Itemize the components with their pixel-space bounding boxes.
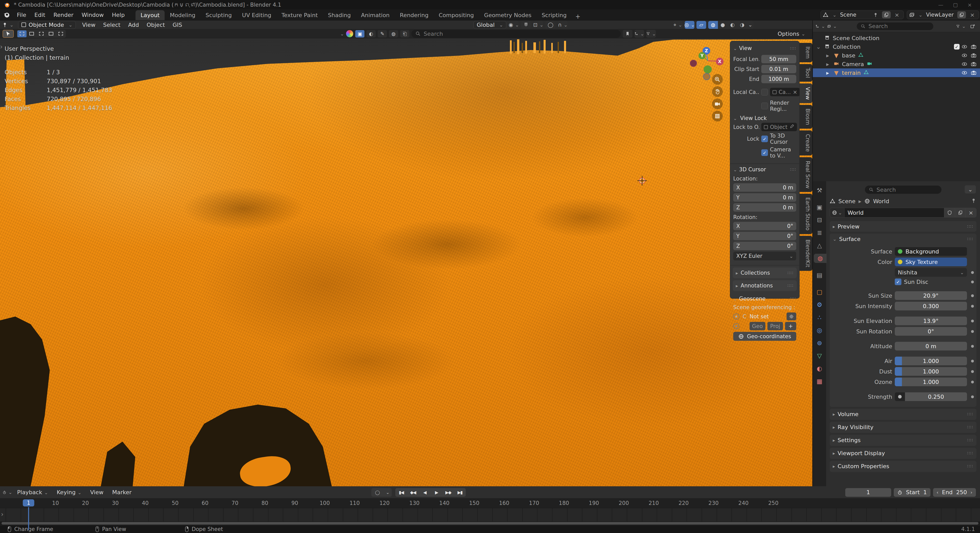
- decorator-dot[interactable]: [971, 370, 974, 373]
- sun-rotation-field[interactable]: 0°: [895, 327, 967, 336]
- workspace-tab-rendering[interactable]: Rendering: [395, 10, 434, 20]
- preview-panel[interactable]: ▸Preview∷∷: [830, 221, 977, 232]
- blenderkit-models-icon[interactable]: ▣: [355, 30, 364, 38]
- breadcrumb-scene[interactable]: Scene: [838, 198, 856, 204]
- orientation-dropdown[interactable]: Global⌄: [473, 21, 506, 29]
- decorator-dot[interactable]: [971, 280, 974, 283]
- focal-length-field[interactable]: 50 mm: [761, 55, 796, 63]
- auto-keying-icon[interactable]: ◯: [371, 488, 383, 497]
- properties-tab-material-icon[interactable]: ◐: [814, 364, 825, 373]
- jump-to-end-button[interactable]: ▶▮: [454, 488, 466, 497]
- blenderkit-hdr-icon[interactable]: ◍: [389, 30, 398, 38]
- shading-solid-icon[interactable]: ●: [718, 21, 728, 29]
- play-reverse-button[interactable]: ◀: [419, 488, 431, 497]
- sun-disc-checkbox[interactable]: ✓: [895, 278, 901, 285]
- sidebar-tab-item[interactable]: Item: [800, 43, 812, 62]
- scene-selector[interactable]: ⌄ Scene ×: [821, 11, 904, 19]
- properties-tab-particles-icon[interactable]: ∴: [814, 313, 825, 322]
- timeline-menu-marker[interactable]: Marker: [108, 489, 135, 495]
- cursor-panel-title[interactable]: 3D Cursor: [739, 166, 766, 173]
- decorator-dot[interactable]: [971, 330, 974, 333]
- properties-tab-output-icon[interactable]: ⊟: [814, 215, 825, 224]
- gizmo-x-axis[interactable]: X: [716, 58, 724, 65]
- ozone-slider[interactable]: 1.000: [895, 377, 967, 386]
- local-camera-field[interactable]: Ca...×: [770, 88, 800, 96]
- geo-button[interactable]: Geo: [749, 322, 765, 330]
- outliner-display-mode-dropdown[interactable]: ⌄: [815, 22, 825, 30]
- sidebar-tab-create[interactable]: Create: [800, 130, 812, 156]
- fake-user-shield-icon[interactable]: [944, 208, 955, 218]
- blenderkit-filter-dropdown[interactable]: ⌄: [646, 30, 656, 38]
- cursor-loc-z-field[interactable]: Z0 m: [733, 203, 796, 212]
- render-visibility-icon[interactable]: [971, 70, 977, 76]
- menu-edit[interactable]: Edit: [30, 10, 49, 20]
- timeline-scrollbar[interactable]: [0, 522, 980, 525]
- sidebar-expand-arrow[interactable]: ›: [0, 43, 3, 51]
- properties-tab-collection-icon[interactable]: ▤: [814, 270, 825, 280]
- properties-tab-tool-icon[interactable]: ⚒: [814, 186, 825, 195]
- blenderkit-bookmark-icon[interactable]: [623, 30, 632, 38]
- scene-name[interactable]: Scene: [838, 12, 869, 18]
- properties-tab-texture-icon[interactable]: ▦: [814, 377, 825, 386]
- custom-properties-panel[interactable]: ▸Custom Properties∷∷: [830, 461, 977, 472]
- current-frame-field[interactable]: 1: [845, 488, 891, 497]
- viewlayer-selector[interactable]: ⌄ ViewLayer ×: [907, 11, 979, 19]
- blenderkit-collapse-icon[interactable]: ⌄: [340, 31, 344, 37]
- sidebar-tab-tool[interactable]: Tool: [800, 64, 812, 82]
- start-frame-field[interactable]: Start1: [894, 488, 931, 497]
- pin-scene-icon[interactable]: [871, 11, 880, 18]
- copy-viewlayer-icon[interactable]: [957, 11, 966, 18]
- lock-object-field[interactable]: Object: [761, 123, 797, 131]
- geo-coordinates-button[interactable]: Geo-coordinates: [733, 332, 796, 341]
- sidebar-tab-realsnow[interactable]: Real Snow: [800, 157, 812, 192]
- properties-tab-constraints-icon[interactable]: ⊚: [814, 339, 825, 348]
- playhead-badge[interactable]: 1: [23, 499, 34, 506]
- geoscene-title[interactable]: Geoscene: [739, 296, 765, 302]
- properties-tab-data-icon[interactable]: ▽: [814, 351, 825, 360]
- drag-dots-icon[interactable]: ∷∷: [790, 46, 796, 51]
- outliner-row-camera[interactable]: ▸ Camera: [813, 60, 980, 68]
- annotations-panel[interactable]: ▸Annotations∷∷: [733, 280, 797, 291]
- dust-slider[interactable]: 1.000: [895, 367, 967, 376]
- proj-button[interactable]: Proj: [767, 322, 783, 330]
- select-mode-intersect[interactable]: [56, 30, 65, 37]
- properties-options-dropdown[interactable]: ⌄: [965, 185, 976, 194]
- auto-keying-dropdown[interactable]: ⌄: [383, 488, 392, 497]
- crs-settings-gear-icon[interactable]: [787, 312, 796, 320]
- gizmo-y-neg-axis[interactable]: [703, 65, 712, 73]
- window-controls[interactable]: —▢×: [938, 2, 977, 8]
- collections-panel[interactable]: ▸Collections∷∷: [733, 267, 797, 278]
- cursor-rot-z-field[interactable]: Z0°: [733, 242, 796, 250]
- scrollbar-thumb[interactable]: [2, 522, 978, 525]
- select-mode-subtract[interactable]: [37, 30, 46, 37]
- sun-intensity-field[interactable]: 0.300: [895, 302, 967, 310]
- options-dropdown[interactable]: Options⌄: [778, 31, 805, 37]
- workspace-tab-sculpting[interactable]: Sculpting: [200, 10, 237, 20]
- blenderkit-logo-icon[interactable]: [346, 30, 353, 37]
- ray-visibility-panel[interactable]: ▸Ray Visibility∷∷: [830, 422, 977, 433]
- sidebar-tab-blosm[interactable]: Blosm: [800, 105, 812, 129]
- rotation-order-dropdown[interactable]: XYZ Euler⌄: [733, 252, 796, 260]
- volume-panel[interactable]: ▸Volume∷∷: [830, 409, 977, 420]
- decorator-dot[interactable]: [971, 395, 974, 398]
- outliner-row-collection[interactable]: ⌄ Collection ✓: [813, 42, 980, 51]
- decorator-dot[interactable]: [971, 380, 974, 383]
- world-browse-dropdown[interactable]: ⌄: [830, 208, 845, 218]
- blenderkit-categories-dropdown[interactable]: ⌄: [635, 30, 644, 38]
- snap-target-dropdown[interactable]: ⊡⌄: [533, 21, 543, 29]
- blenderkit-brushes-icon[interactable]: ✎: [378, 30, 387, 38]
- show-gizmo-dropdown[interactable]: ⌖⌄: [673, 21, 682, 29]
- view-panel-title[interactable]: View: [739, 45, 752, 51]
- properties-tab-render-icon[interactable]: ▣: [814, 203, 825, 212]
- camera-view-icon[interactable]: [712, 99, 723, 109]
- settings-panel[interactable]: ▸Settings∷∷: [830, 435, 977, 446]
- properties-tab-scene-icon[interactable]: △: [814, 241, 825, 250]
- mode-dropdown[interactable]: Object Mode⌄: [18, 21, 76, 29]
- workspace-tab-modeling[interactable]: Modeling: [165, 10, 200, 20]
- add-crs-button[interactable]: +: [785, 322, 796, 330]
- pan-hand-icon[interactable]: [712, 86, 723, 97]
- workspace-tab-animation[interactable]: Animation: [356, 10, 395, 20]
- shading-rendered-icon[interactable]: ◑: [737, 21, 747, 29]
- blenderkit-scenes-icon[interactable]: ⎗: [400, 30, 409, 38]
- active-tool-select-box[interactable]: [3, 30, 14, 38]
